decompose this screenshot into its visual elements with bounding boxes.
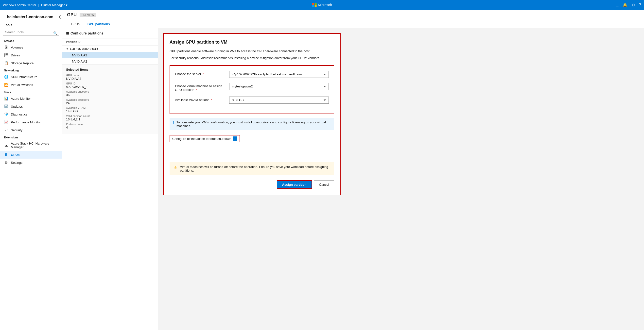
ms-squares <box>312 3 316 7</box>
configure-offline-checkbox[interactable]: ✓ <box>233 136 237 141</box>
sidebar-item-performance-monitor[interactable]: 📈 Performance Monitor <box>0 118 62 126</box>
sidebar-item-updates[interactable]: 🔄 Updates <box>0 102 62 110</box>
cluster-manager-title[interactable]: Cluster Manager ▾ <box>41 3 68 7</box>
content-tabs: GPUs GPU partitions <box>62 20 644 28</box>
updates-icon: 🔄 <box>4 104 8 109</box>
selected-item-panel: Selected items GPU name NVIDIA A2 GPU ID… <box>62 64 158 134</box>
available-vram-label: Available VRAM <box>66 106 154 109</box>
drives-icon: 💾 <box>4 53 8 57</box>
valid-partition-value: 16,8,4,2,1 <box>66 117 154 121</box>
sidebar-item-security[interactable]: 🛡 Security <box>0 126 62 134</box>
vram-label: Available VRAM options * <box>175 96 229 102</box>
assign-gpu-panel: Assign GPU partition to VM GPU partition… <box>163 33 340 195</box>
right-panel: Assign GPU partition to VM GPU partition… <box>158 28 644 330</box>
ms-red <box>312 3 314 5</box>
vm-label: Choose virtual machine to assign GPU par… <box>175 83 229 92</box>
modal-title: Assign GPU partition to VM <box>170 40 334 45</box>
sidebar-search-container: 🔍 <box>0 29 62 37</box>
split-view: ⊞ Configure partitions Partition ID ▼ C4… <box>62 28 644 330</box>
tree-child-nvidia-a2-2[interactable]: NVIDIA A2 <box>62 58 158 64</box>
search-icon[interactable]: 🔍 <box>53 31 58 35</box>
sidebar-scroll: Storage 🗄 Volumes 💾 Drives 📋 Storage Rep… <box>0 37 62 330</box>
app-title: Windows Admin Center <box>3 3 36 7</box>
server-form-row: Choose the server * c4p1077002803b.asz1p… <box>175 71 329 78</box>
warning-text: Virtual machines will be turned off befo… <box>180 165 330 172</box>
sidebar-item-azure-monitor[interactable]: 📊 Azure Monitor <box>0 95 62 102</box>
sidebar-item-diagnostics[interactable]: 🩺 Diagnostics <box>0 110 62 118</box>
assign-partition-button[interactable]: Assign partition <box>277 180 312 189</box>
topbar-actions: ⎯ 🔔 ⚙ ? <box>616 3 641 7</box>
vram-select[interactable]: 3.56 GB <box>229 96 329 104</box>
tree-child-nvidia-a2-1[interactable]: NVIDIA A2 <box>62 52 158 58</box>
modal-footer: Assign partition Cancel <box>170 180 334 189</box>
tab-gpu-partitions[interactable]: GPU partitions <box>84 20 114 28</box>
sidebar-item-drives[interactable]: 💾 Drives <box>0 51 62 59</box>
vm-select[interactable]: mytestgpuvm2 <box>229 83 329 90</box>
settings-label: Settings <box>11 161 22 165</box>
sidebar-item-settings[interactable]: ⚙ Settings <box>0 159 62 166</box>
topbar: Windows Admin Center | Cluster Manager ▾… <box>0 0 644 10</box>
tree-root-item[interactable]: ▼ C4P10770023803B <box>62 45 158 52</box>
azure-monitor-label: Azure Monitor <box>11 97 31 100</box>
storage-replica-icon: 📋 <box>4 61 8 65</box>
cancel-button[interactable]: Cancel <box>314 180 334 189</box>
volumes-icon: 🗄 <box>4 45 8 49</box>
left-panel-header: ⊞ Configure partitions <box>62 28 158 38</box>
sidebar-collapse-button[interactable]: ❮ <box>58 13 62 19</box>
virtual-switches-icon: 🔀 <box>4 82 8 87</box>
sdn-icon: 🌐 <box>4 75 8 79</box>
tree-child-label-1: NVIDIA A2 <box>72 53 87 57</box>
content-area: GPU PREVIEW GPUs GPU partitions ⊞ Config… <box>62 10 644 330</box>
help-icon[interactable]: ? <box>639 3 641 7</box>
storage-replica-label: Storage Replica <box>11 61 34 65</box>
modal-form: Choose the server * c4p1077002803b.asz1p… <box>170 65 334 114</box>
page-title: GPU <box>67 12 77 17</box>
sidebar-item-virtual-switches[interactable]: 🔀 Virtual switches <box>0 81 62 89</box>
tab-gpu-partitions-label: GPU partitions <box>88 22 110 26</box>
info-box: ℹ To complete your VM's configuration, y… <box>170 118 334 130</box>
sidebar-item-volumes[interactable]: 🗄 Volumes <box>0 43 62 51</box>
drives-label: Drives <box>11 53 20 57</box>
microsoft-logo: Microsoft <box>312 3 332 7</box>
server-select[interactable]: c4p1077002803b.asz1plab8.nttest.microsof… <box>229 71 329 78</box>
sidebar: hcicluster1.contoso.com ❮ Tools 🔍 Storag… <box>0 10 62 330</box>
gpu-name-label: GPU name <box>66 74 154 77</box>
left-panel: ⊞ Configure partitions Partition ID ▼ C4… <box>62 28 158 330</box>
tools-section-label: Tools <box>0 89 62 95</box>
updates-label: Updates <box>11 105 23 108</box>
gpus-label: GPUs <box>11 153 20 157</box>
terminal-icon[interactable]: ⎯ <box>616 3 618 7</box>
sidebar-item-storage-replica[interactable]: 📋 Storage Replica <box>0 59 62 67</box>
performance-monitor-label: Performance Monitor <box>11 120 41 124</box>
partition-count-label: Partition count <box>66 123 154 126</box>
vm-select-container: mytestgpuvm2 <box>229 83 329 90</box>
microsoft-text: Microsoft <box>318 3 332 7</box>
configure-partitions-title: ⊞ Configure partitions <box>66 31 154 35</box>
sidebar-item-azure-stack-hci[interactable]: ☁ Azure Stack HCI Hardware Manager <box>0 140 62 151</box>
diagnostics-label: Diagnostics <box>11 113 27 116</box>
gpu-id-value: \\?\PCI#VEN_1 <box>66 85 154 89</box>
security-label: Security <box>11 128 22 132</box>
left-panel-content: Partition ID ▼ C4P10770023803B NVIDIA A2… <box>62 38 158 330</box>
tab-gpus[interactable]: GPUs <box>67 20 84 28</box>
partition-count-value: 4 <box>66 126 154 129</box>
search-input[interactable] <box>3 29 59 35</box>
sidebar-item-sdn[interactable]: 🌐 SDN Infrastructure <box>0 73 62 81</box>
extensions-section-label: Extensions <box>0 134 62 140</box>
configure-partitions-label: Configure partitions <box>70 31 104 35</box>
azure-stack-label: Azure Stack HCI Hardware Manager <box>11 142 58 149</box>
diagnostics-icon: 🩺 <box>4 112 8 116</box>
notifications-icon[interactable]: 🔔 <box>622 3 628 7</box>
tree-child-label-2: NVIDIA A2 <box>72 60 87 63</box>
server-label: Choose the server * <box>175 71 229 76</box>
available-decoders-value: 24 <box>66 101 154 105</box>
available-decoders-label: Available decoders <box>66 98 154 101</box>
sidebar-item-gpus[interactable]: 🖥 GPUs <box>0 151 62 159</box>
available-decoders-row: Available decoders 24 <box>66 98 154 105</box>
warning-icon: ⚠ <box>174 165 178 170</box>
gpu-name-value: NVIDIA A2 <box>66 77 154 80</box>
performance-monitor-icon: 📈 <box>4 120 8 124</box>
warning-box: ⚠ Virtual machines will be turned off be… <box>170 162 334 175</box>
available-vram-value: 14.8 GB <box>66 109 154 113</box>
settings-icon[interactable]: ⚙ <box>632 3 635 7</box>
